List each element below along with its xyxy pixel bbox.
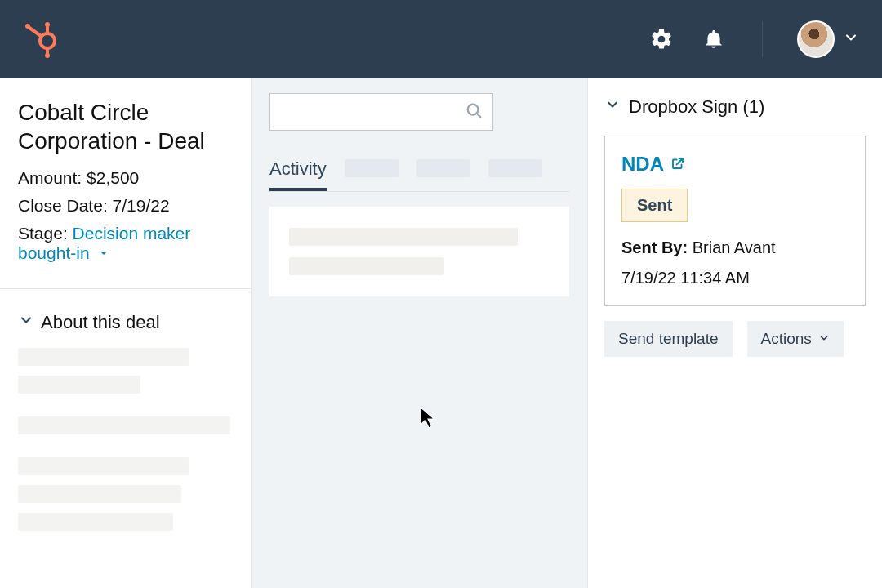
deal-close-date: Close Date: 7/19/22 (18, 196, 233, 216)
divider (762, 21, 763, 57)
notifications-icon[interactable] (703, 27, 724, 51)
svg-point-5 (25, 24, 30, 29)
caret-down-icon (97, 244, 110, 264)
chevron-down-icon (818, 330, 830, 348)
user-avatar (797, 20, 835, 58)
actions-button[interactable]: Actions (747, 321, 844, 357)
svg-point-4 (45, 22, 50, 27)
svg-point-6 (45, 53, 50, 58)
send-template-button[interactable]: Send template (604, 321, 733, 357)
about-heading: About this deal (41, 312, 160, 333)
tab-placeholder (488, 159, 542, 177)
account-menu[interactable] (797, 20, 859, 58)
section-title: Dropbox Sign (1) (629, 96, 764, 118)
hubspot-logo[interactable] (23, 20, 62, 59)
tab-placeholder (416, 159, 470, 177)
signature-doc-card: NDA Sent Sent By: Brian Avant 7/19/22 11… (604, 136, 866, 306)
dropbox-sign-section-toggle[interactable]: Dropbox Sign (1) (604, 96, 866, 118)
search-input[interactable] (282, 105, 465, 119)
deal-left-panel: Cobalt Circle Corporation - Deal Amount:… (0, 78, 252, 588)
deal-stage[interactable]: Stage: Decision maker bought-in (18, 224, 233, 264)
doc-title-link[interactable]: NDA (621, 153, 849, 176)
doc-timestamp: 7/19/22 11:34 AM (621, 269, 849, 287)
settings-icon[interactable] (649, 27, 674, 51)
top-nav (0, 0, 882, 78)
deal-title: Cobalt Circle Corporation - Deal (18, 98, 233, 155)
activity-card (270, 207, 569, 296)
external-link-icon (670, 153, 685, 176)
chevron-down-icon (18, 312, 34, 333)
doc-actions: Send template Actions (604, 321, 866, 357)
integration-sidebar: Dropbox Sign (1) NDA Sent Sent By: Brian… (588, 78, 882, 588)
about-this-deal-toggle[interactable]: About this deal (0, 289, 251, 348)
svg-line-8 (477, 114, 481, 118)
svg-line-2 (29, 28, 41, 36)
activity-tabs: Activity (270, 154, 569, 192)
search-field[interactable] (270, 93, 493, 131)
about-placeholders (0, 348, 251, 531)
sent-by-line: Sent By: Brian Avant (621, 238, 849, 257)
status-badge: Sent (621, 189, 688, 222)
search-icon (465, 101, 483, 122)
chevron-down-icon (843, 29, 859, 49)
deal-amount: Amount: $2,500 (18, 168, 233, 188)
chevron-down-icon (604, 96, 621, 118)
tab-activity[interactable]: Activity (270, 154, 327, 191)
activity-panel: Activity (252, 78, 588, 588)
tab-placeholder (345, 159, 399, 177)
